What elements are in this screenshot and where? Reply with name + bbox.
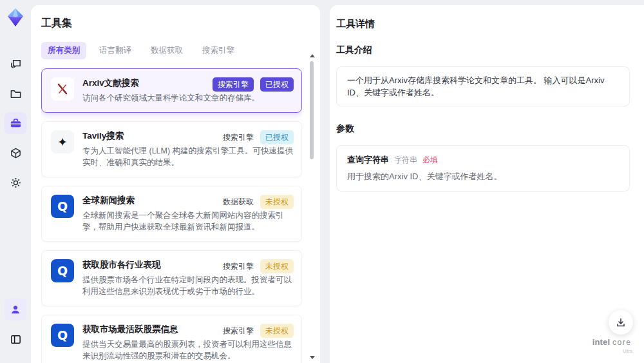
tool-badges: 搜索引擎 未授权: [223, 324, 294, 338]
chat-icon: [10, 58, 22, 70]
sidebar-item-settings[interactable]: [5, 172, 26, 193]
sidebar-item-profile[interactable]: [5, 299, 26, 320]
news-search-logo-icon: Q: [51, 195, 74, 218]
param-name: 查询字符串: [347, 154, 389, 166]
list-scrollbar[interactable]: [309, 54, 314, 359]
auth-status-badge: 未授权: [260, 324, 294, 338]
tool-card-most-active-stocks[interactable]: Q 获取市场最活跃股票信息 提供当天交易量最高的股票列表，投资者可以利用这些信息…: [41, 315, 302, 363]
tab-search-engine[interactable]: 搜索引擎: [196, 42, 241, 59]
toolbox-icon: [10, 117, 22, 130]
tool-card-global-news[interactable]: Q 全球新闻搜索 全球新闻搜索是一个聚合全球各大新闻网站内容的搜索引擎，帮助用户…: [41, 186, 302, 242]
tool-card-tavily[interactable]: ✦ Tavily搜索 专为人工智能代理 (LLM) 构建的搜索引擎工具。可快速提…: [41, 121, 302, 177]
category-tabs: 所有类别 语言翻译 数据获取 搜索引擎: [41, 42, 302, 59]
tab-data-fetching[interactable]: 数据获取: [144, 42, 189, 59]
category-label: 搜索引擎: [223, 324, 254, 338]
download-icon: [616, 317, 626, 328]
intel-wordmark: intel: [592, 337, 611, 347]
user-icon: [10, 304, 21, 315]
tool-description: 提供当天交易量最高的股票列表，投资者可以利用这些信息来识别流动性强的股票和潜在的…: [82, 338, 294, 362]
tool-description: 专为人工智能代理 (LLM) 构建的搜索引擎工具。可快速提供实时、准确和真实的结…: [82, 145, 294, 168]
tool-description: 全球新闻搜索是一个聚合全球各大新闻网站内容的搜索引擎，帮助用户快速获取全球最新资…: [82, 210, 294, 233]
param-description: 用于搜索的Arxiv ID、关键字或作者姓名。: [347, 171, 619, 182]
auth-status-badge: 未授权: [260, 259, 294, 273]
category-badge: 搜索引擎: [213, 77, 254, 92]
tool-detail-panel: 工具详情 工具介绍 一个用于从Arxiv存储库搜索科学论文和文章的工具。 输入可…: [330, 5, 644, 363]
category-label: 数据获取: [223, 195, 254, 209]
tool-badges: 搜索引擎 已授权: [213, 77, 294, 92]
tool-description: 提供股票市场各个行业在特定时间段内的表现。投资者可以利用这些信息来识别表现优于或…: [82, 274, 294, 297]
tool-card-list: Arxiv文献搜索 访问各个研究领域大量科学论文和文章的存储库。 搜索引擎 已授…: [41, 68, 302, 363]
stock-tool-logo-icon: Q: [51, 324, 74, 347]
scroll-down-arrow-icon[interactable]: [310, 356, 315, 359]
app-logo: [6, 8, 25, 27]
sidebar-rail: [0, 0, 31, 363]
arxiv-logo-icon: [51, 77, 74, 101]
folder-icon: [10, 88, 22, 100]
param-card: 查询字符串 字符串 必填 用于搜索的Arxiv ID、关键字或作者姓名。: [336, 145, 630, 191]
category-label: 搜索引擎: [223, 130, 254, 144]
params-heading: 参数: [336, 123, 630, 135]
sidebar-item-files[interactable]: [5, 83, 26, 104]
intro-heading: 工具介绍: [336, 44, 630, 56]
tab-language-translation[interactable]: 语言翻译: [93, 42, 138, 59]
cube-icon: [10, 147, 22, 159]
sidebar-collapse-button[interactable]: [5, 328, 26, 350]
sidebar-item-tools[interactable]: [5, 112, 26, 134]
tab-all-categories[interactable]: 所有类别: [41, 42, 86, 59]
param-type: 字符串: [394, 155, 417, 166]
tool-badges: 数据获取 未授权: [223, 195, 294, 209]
tool-description: 访问各个研究领域大量科学论文和文章的存储库。: [82, 92, 294, 104]
sidebar-item-apps[interactable]: [5, 142, 26, 164]
tool-intro-text: 一个用于从Arxiv存储库搜索科学论文和文章的工具。 输入可以是Arxiv ID…: [336, 66, 630, 106]
scrollbar-thumb[interactable]: [310, 61, 314, 159]
tool-badges: 搜索引擎 未授权: [223, 259, 294, 273]
brand-tier-label: Ultra: [589, 348, 635, 355]
tool-badges: 搜索引擎 已授权: [223, 130, 294, 144]
download-button[interactable]: [609, 310, 633, 335]
rail-bottom: [5, 299, 26, 358]
auth-status-badge: 未授权: [260, 195, 294, 209]
detail-title: 工具详情: [336, 18, 630, 30]
auth-status-badge: 已授权: [260, 77, 294, 92]
gem-logo-icon: [6, 8, 25, 27]
sidebar-item-chat[interactable]: [5, 53, 26, 75]
tavily-star-icon: ✦: [51, 130, 74, 153]
tool-card-arxiv[interactable]: Arxiv文献搜索 访问各个研究领域大量科学论文和文章的存储库。 搜索引擎 已授…: [41, 68, 302, 113]
core-wordmark: core: [612, 338, 631, 347]
category-label: 搜索引擎: [223, 259, 254, 273]
scroll-up-arrow-icon[interactable]: [310, 54, 315, 57]
tool-card-sector-performance[interactable]: Q 获取股市各行业表现 提供股票市场各个行业在特定时间段内的表现。投资者可以利用…: [41, 250, 302, 306]
param-required-flag: 必填: [422, 155, 438, 166]
intel-core-logo: intel core Ultra: [589, 338, 635, 355]
collapse-panel-icon: [10, 333, 22, 346]
tool-list-panel: 工具集 所有类别 语言翻译 数据获取 搜索引擎 Arxiv文献搜索 访问各个研究…: [31, 5, 320, 363]
page-title: 工具集: [41, 17, 302, 30]
stock-tool-logo-icon: Q: [51, 259, 74, 282]
param-header: 查询字符串 字符串 必填: [347, 154, 619, 166]
auth-status-badge: 已授权: [260, 130, 294, 144]
gear-icon: [10, 177, 22, 189]
